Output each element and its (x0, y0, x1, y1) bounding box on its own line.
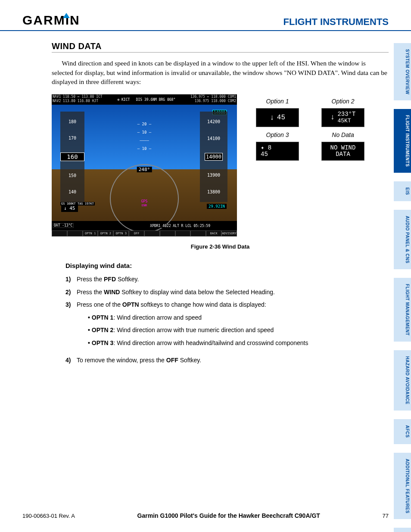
nodata-label: No Data (321, 131, 364, 138)
option3-label: Option 3 (256, 131, 299, 138)
baro-setting: 29.92IN (207, 204, 227, 209)
side-tabs: SYSTEM OVERVIEW FLIGHT INSTRUMENTS EIS A… (394, 43, 411, 532)
garmin-logo: GARMIN . (22, 13, 74, 28)
com-freq-box: 136.975 ↔ 118.000 COM1 136.975 118.000 C… (190, 95, 236, 104)
logo-triangle-icon (63, 13, 70, 18)
tab-audio-panel[interactable]: AUDIO PANEL & CNS (394, 210, 411, 269)
tab-system-overview[interactable]: SYSTEM OVERVIEW (394, 43, 411, 100)
altitude-tape: 14200 14100 14000 13900 13800 (200, 112, 227, 202)
pitch-ladder: — 20 — — 10 — ———— — 10 — (118, 118, 170, 155)
intro-paragraph: Wind direction and speed in knots can be… (52, 59, 389, 87)
procedure-title: Displaying wind data: (65, 262, 389, 269)
figure-area: NAV1 110.50 ↔ 113.80 ICT NAV2 113.80 116… (52, 94, 389, 236)
airspeed-tape: 180 170 160 150 140 (60, 112, 84, 202)
arrow-down-icon: ↓ (330, 113, 335, 122)
tab-hazard-avoidance[interactable]: HAZARD AVOIDANCE (394, 350, 411, 411)
pfd-screenshot: NAV1 110.50 ↔ 113.80 ICT NAV2 113.80 116… (52, 94, 237, 236)
footer-title: Garmin G1000 Pilot's Guide for the Hawke… (137, 512, 320, 519)
option1-label: Option 1 (256, 98, 299, 105)
tab-eis[interactable]: EIS (394, 181, 411, 201)
wind-option-examples: Option 1 ↓ 45 Option 2 ↓ 233°T 45KT (250, 94, 371, 165)
page-footer: 190-00663-01 Rev. A Garmin G1000 Pilot's… (22, 512, 389, 519)
optn1-desc: OPTN 1: Wind direction arrow and speed (88, 314, 308, 322)
option3-box: ✦ 8 45 (256, 142, 299, 161)
tab-appendices[interactable]: APPENDICES (394, 528, 411, 532)
footer-page-number: 77 (383, 513, 389, 519)
optn3-desc: OPTN 3: Wind direction arrow with headwi… (88, 339, 308, 348)
step-4: 4)To remove the window, press the OFF So… (65, 356, 389, 365)
header-section-title: FLIGHT INSTRUMENTS (283, 16, 389, 28)
section-title: WIND DATA (52, 41, 389, 53)
step-3: 3) Press one of the OPTN softkeys to cha… (65, 301, 389, 352)
option2-label: Option 2 (321, 98, 364, 105)
page-header: GARMIN . FLIGHT INSTRUMENTS (0, 13, 411, 31)
nodata-box: NO WIND DATA (321, 142, 364, 161)
tab-flight-instruments[interactable]: FLIGHT INSTRUMENTS (394, 109, 411, 173)
procedure-block: Displaying wind data: 1)Press the PFD So… (52, 262, 389, 364)
tab-flight-management[interactable]: FLIGHT MANAGEMENT (394, 278, 411, 342)
footer-doc-rev: 190-00663-01 Rev. A (22, 513, 75, 519)
step-2: 2)Press the WIND Softkey to display wind… (65, 288, 389, 297)
step-1: 1)Press the PFD Softkey. (65, 275, 389, 284)
main-content: WIND DATA Wind direction and speed in kn… (0, 41, 411, 364)
option2-box: ↓ 233°T 45KT (321, 108, 364, 127)
arrow-down-icon: ↓ (270, 113, 274, 122)
gps-label: GPS (141, 199, 147, 203)
nav-freq-box: NAV1 110.50 ↔ 113.80 ICT NAV2 113.80 116… (53, 95, 103, 104)
enr-label: ENR (142, 204, 147, 207)
pfd-topbar: NAV1 110.50 ↔ 113.80 ICT NAV2 113.80 116… (52, 94, 237, 105)
tab-afcs[interactable]: AFCS (394, 419, 411, 444)
softkey-bar: OPTN 1 OPTN 2 OPTN 3 OFF BACK ADVISORY (52, 230, 237, 236)
tab-additional-features[interactable]: ADDITIONAL FEATURES (394, 453, 411, 520)
xpdr-readout: XPDR1 4022 ALT R LCL 05:25:59 (149, 224, 211, 228)
figure-caption: Figure 2-36 Wind Data (52, 243, 389, 250)
option1-box: ↓ 45 (256, 108, 299, 127)
crosswind-icon: ✦ (261, 144, 268, 151)
optn2-desc: OPTN 2: Wind direction arrow with true n… (88, 326, 308, 335)
waypoint-label: ⊕ KICT DIS 39.6NM BRG 068° (117, 98, 175, 102)
compass-ring-icon (110, 164, 179, 233)
oat-readout: OAT -13°C (53, 223, 74, 228)
hsi-compass: GPS ENR (110, 177, 179, 229)
pfd-wind-box: ↓ 45 (61, 205, 78, 212)
